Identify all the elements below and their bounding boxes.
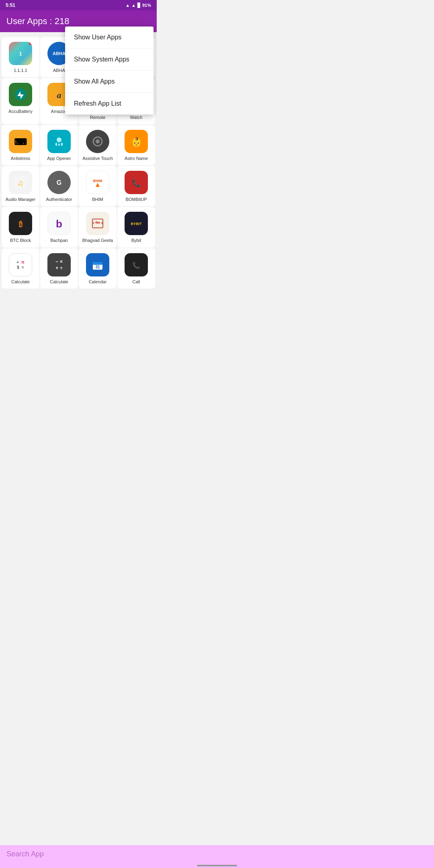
svg-text:॥ गीता ॥: ॥ गीता ॥	[92, 221, 103, 224]
app-icon-authenticator: G	[47, 171, 71, 194]
header-title: User Apps : 218	[6, 16, 70, 26]
wifi-icon: ▲	[125, 3, 130, 8]
app-name-bhim: BHIM	[92, 197, 103, 202]
svg-point-20	[96, 139, 100, 143]
app-name-astroname: Astro Name	[125, 156, 148, 161]
app-icon-bhim: BHIM	[86, 171, 109, 194]
app-name-accubattery-row: AccuBatt​ery	[8, 108, 32, 114]
app-item-audiomanager[interactable]: ♫ Audio Manager	[2, 166, 39, 206]
app-item-assistive[interactable]: Assistive Touch	[79, 125, 117, 165]
app-icon-call: 📞	[125, 253, 148, 276]
app-name-audiomanager: Audio Manager	[6, 197, 36, 202]
app-name-antistress: Antistress	[11, 156, 30, 161]
dropdown-menu: Show User Apps Show System Apps Show All…	[65, 27, 154, 115]
app-item-accubattery-row[interactable]: AccuBatt​ery	[2, 78, 39, 124]
svg-text:BHIM: BHIM	[93, 179, 102, 183]
app-name-1111: 1.1.1.1	[14, 68, 27, 73]
svg-text:👶: 👶	[131, 137, 142, 147]
app-name-bachpan: Bachpan	[50, 237, 68, 243]
svg-text:₿: ₿	[19, 220, 23, 228]
svg-point-14	[57, 137, 61, 142]
svg-rect-43	[93, 262, 102, 265]
app-icon-audiomanager: ♫	[9, 171, 32, 194]
app-badge-1111: 4	[29, 42, 32, 45]
app-name-call: Call	[133, 279, 140, 285]
signal-icon: ▲	[131, 3, 136, 8]
app-name-authenticator: Authenticator	[46, 197, 72, 202]
svg-text:a: a	[57, 90, 61, 100]
status-bar: 5:51 ▲ ▲ ▊ 91%	[0, 0, 157, 10]
app-icon-antistress: ⌨	[9, 130, 32, 153]
app-icon-calculate1: +π $=	[9, 253, 32, 276]
app-icon-btcblock: ₿	[9, 212, 32, 235]
svg-text:📞: 📞	[132, 179, 141, 188]
svg-text:b: b	[56, 218, 62, 230]
app-item-calendar[interactable]: 31 Calendar	[79, 248, 117, 289]
svg-text:31: 31	[95, 265, 100, 269]
app-item-bhagvad[interactable]: ॥ गीता ॥ Bhagvad Geeta	[79, 207, 117, 247]
app-item-1111[interactable]: 1 4 1.1.1.1	[2, 37, 39, 77]
app-icon-1111: 1 4	[9, 42, 32, 65]
menu-item-refresh-app-list[interactable]: Refresh App List	[65, 93, 154, 115]
app-icon-bombitup: 📞	[125, 171, 148, 194]
app-icon-astroname: 👶	[125, 130, 148, 153]
app-name-appopener: App Opener	[47, 156, 71, 161]
app-item-antistress[interactable]: ⌨ Antistress	[2, 125, 39, 165]
svg-text:G: G	[57, 179, 61, 186]
app-item-bhim[interactable]: BHIM BHIM	[79, 166, 117, 206]
app-name-calendar: Calendar	[89, 279, 107, 285]
app-name-bhagvad: Bhagvad Geeta	[82, 237, 113, 243]
app-icon-bachpan: b	[47, 212, 71, 235]
app-name-calculate1: Calculate	[11, 279, 30, 285]
app-icon-accubattery-row	[9, 83, 32, 106]
app-item-astroname[interactable]: 👶 Astro Name	[117, 125, 155, 165]
app-item-calculate1[interactable]: +π $= Calculate	[2, 248, 39, 289]
app-item-call[interactable]: 📞 Call	[117, 248, 155, 289]
menu-item-show-user-apps[interactable]: Show User Apps	[65, 27, 154, 49]
status-icons: ▲ ▲ ▊ 91%	[125, 3, 151, 8]
app-item-appopener[interactable]: App Opener	[40, 125, 78, 165]
status-time: 5:51	[6, 2, 15, 8]
app-name-assistive: Assistive Touch	[82, 156, 113, 161]
svg-rect-16	[58, 143, 60, 146]
svg-text:BYBIT: BYBIT	[131, 222, 142, 226]
svg-text:⌨: ⌨	[14, 137, 27, 147]
app-name-bybit: Bybit	[131, 237, 141, 243]
app-icon-calendar: 31	[86, 253, 109, 276]
app-icon-bybit: BYBIT	[125, 212, 148, 235]
app-icon-calculate2: −× +÷	[47, 253, 71, 276]
app-item-bachpan[interactable]: b Bachpan	[40, 207, 78, 247]
battery-percent: 91%	[142, 3, 151, 8]
app-icon-assistive	[86, 130, 109, 153]
svg-rect-15	[55, 143, 57, 146]
menu-item-show-all-apps[interactable]: Show All Apps	[65, 71, 154, 93]
app-item-calculate2[interactable]: −× +÷ Calculate	[40, 248, 78, 289]
app-name-abha: ABHA	[53, 68, 65, 73]
app-name-bombitup: BOMBitUP	[125, 197, 147, 202]
battery-icon: ▊	[137, 3, 141, 8]
app-name-btcblock: BTC Block	[10, 237, 31, 243]
app-icon-bhagvad: ॥ गीता ॥	[86, 212, 109, 235]
app-item-authenticator[interactable]: G Authenticator	[40, 166, 78, 206]
app-item-bombitup[interactable]: 📞 BOMBitUP	[117, 166, 155, 206]
svg-rect-17	[61, 143, 63, 146]
app-name-calculate2: Calculate	[50, 279, 68, 285]
menu-item-show-system-apps[interactable]: Show System Apps	[65, 49, 154, 71]
app-item-bybit[interactable]: BYBIT Bybit	[117, 207, 155, 247]
app-icon-appopener	[47, 130, 71, 153]
svg-text:♫: ♫	[18, 178, 24, 187]
app-item-btcblock[interactable]: ₿ BTC Block	[2, 207, 39, 247]
svg-text:📞: 📞	[132, 262, 140, 269]
